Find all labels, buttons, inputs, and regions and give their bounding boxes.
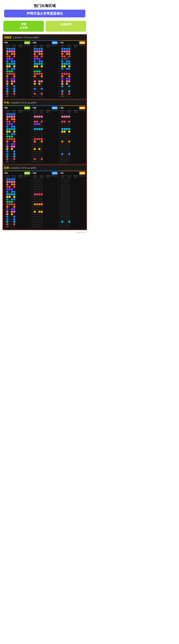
row-num: 11	[59, 204, 61, 205]
app-icon-cell	[36, 196, 38, 198]
app-row: 4	[59, 120, 85, 123]
row-num: 4	[4, 56, 6, 57]
app-icon-cell	[38, 136, 40, 138]
region-中东: 中东主流场景收入TOP20 app 渗透率声网60%1V1音视 Top 20社交…	[3, 100, 87, 164]
app-icon-cell	[13, 56, 15, 58]
page-wrapper: 热门出海区域 声网市场占有率遥遥领先 声网占有率 其他友商 东南亚主流场景收入T…	[0, 0, 89, 237]
app-icon-cell	[13, 128, 15, 130]
app-icon-cell	[61, 58, 63, 60]
col-厂商B: 厂商B11%3V1场景 Top 20社交约会 Top 20直播秀场 Top 20…	[31, 171, 58, 228]
app-icon-cell	[38, 158, 40, 160]
row-num: 4	[59, 186, 61, 188]
app-row: 19	[4, 92, 30, 95]
app-icon-cell	[68, 78, 70, 80]
row-num: 14	[32, 211, 33, 212]
app-row: 5	[4, 123, 30, 125]
app-icon-cell	[9, 221, 10, 223]
row-num: 20	[59, 96, 61, 97]
app-icon-cell	[6, 223, 8, 225]
app-icon-cell	[68, 140, 70, 142]
row-num: 4	[59, 121, 61, 122]
app-icon-cell	[66, 83, 68, 85]
row-num: 16	[4, 151, 6, 152]
app-icon-cell	[34, 121, 36, 123]
app-icon-cell	[66, 156, 68, 158]
app-icon-cell	[68, 113, 70, 115]
app-icon-cell	[36, 58, 38, 60]
app-icon-cell	[41, 56, 43, 58]
app-icon-cell	[6, 68, 8, 70]
app-row: 15	[59, 148, 85, 150]
app-icon-cell	[66, 73, 68, 75]
app-icon-cell	[11, 193, 13, 195]
app-icon-cell	[9, 83, 10, 85]
row-num: 14	[32, 146, 33, 147]
app-icon-cell	[61, 133, 63, 135]
row-num: 17	[32, 154, 33, 155]
app-icon-cell	[11, 150, 13, 152]
row-num: 11	[4, 138, 6, 140]
app-icon-cell	[9, 75, 10, 77]
app-icon-cell	[9, 73, 10, 75]
app-row: 3	[59, 118, 85, 120]
app-row: 13	[4, 78, 30, 80]
app-icon-cell	[36, 113, 38, 115]
app-icon-cell	[41, 136, 43, 138]
app-icon-cell	[41, 78, 43, 80]
app-icon-cell	[61, 113, 63, 115]
row-num: 15	[59, 148, 61, 150]
col-vendor-label: 厂商B	[32, 107, 36, 109]
app-row: 16	[4, 216, 30, 218]
col-vendor-label: 声网	[4, 172, 8, 174]
app-icon-cell	[41, 148, 43, 150]
app-icon-cell	[36, 60, 38, 62]
app-icon-cell	[11, 128, 13, 130]
app-icon-cell	[34, 136, 36, 138]
app-icon-cell	[13, 88, 15, 90]
app-row: 14	[4, 145, 30, 148]
row-num: 11	[4, 73, 6, 74]
app-row: 12	[59, 206, 85, 208]
app-icon-cell	[64, 193, 66, 195]
app-icon-cell	[61, 191, 63, 193]
app-icon-cell	[61, 83, 63, 85]
sub-label: 社交约会 Top 20	[38, 175, 45, 178]
app-icon-cell	[9, 53, 10, 55]
app-icon-cell	[13, 221, 15, 223]
app-icon-cell	[6, 73, 8, 75]
app-icon-cell	[34, 90, 36, 92]
app-icon-cell	[41, 213, 43, 215]
app-icon-cell	[34, 83, 36, 85]
app-icon-cell	[36, 123, 38, 125]
app-icon-cell	[36, 181, 38, 183]
app-icon-cell	[34, 158, 36, 160]
app-icon-cell	[34, 60, 36, 62]
app-icon-cell	[61, 118, 63, 120]
app-icon-cell	[64, 93, 66, 95]
app-icon-cell	[36, 213, 38, 215]
sub-label: 直播 Top 20	[51, 175, 58, 178]
app-icon-cell	[38, 203, 40, 205]
app-icon-cell	[36, 138, 38, 140]
app-icon-cell	[41, 198, 43, 200]
app-icon-cell	[11, 181, 13, 183]
app-icon-cell	[64, 95, 66, 97]
app-icon-cell	[41, 223, 43, 225]
region-header: 中东主流场景收入TOP20 app 渗透率	[4, 101, 86, 104]
app-row: 14	[59, 210, 85, 213]
row-num: 7	[4, 194, 6, 195]
row-num: 11	[59, 73, 61, 74]
app-icon-cell	[66, 160, 68, 162]
app-icon-cell	[41, 216, 43, 218]
app-icon-cell	[6, 83, 8, 85]
app-icon-cell	[66, 130, 68, 132]
app-icon-cell	[68, 56, 70, 58]
app-row: 2	[4, 50, 30, 52]
app-icon-cell	[68, 188, 70, 190]
region-东南亚: 东南亚主流场景收入TOP20 app 渗透率声网53%1V1场景 Top 20社…	[3, 34, 87, 100]
row-num: 14	[4, 211, 6, 212]
app-icon-cell	[41, 95, 43, 97]
app-icon-cell	[68, 158, 70, 160]
app-icon-cell	[68, 48, 70, 50]
app-icon-cell	[68, 196, 70, 198]
